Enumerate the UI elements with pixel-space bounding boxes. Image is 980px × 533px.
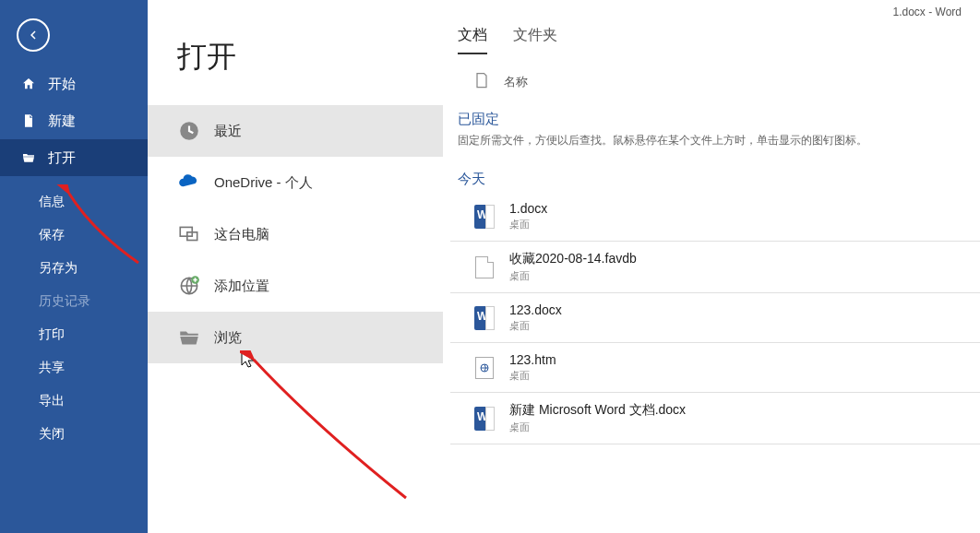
page-title: 打开 (148, 0, 443, 105)
location-label: OneDrive - 个人 (214, 174, 313, 192)
tab-folders[interactable]: 文件夹 (513, 26, 557, 54)
nav-print[interactable]: 打印 (0, 318, 148, 351)
thispc-icon (177, 222, 214, 246)
location-label: 浏览 (214, 329, 242, 347)
nav-label: 新建 (48, 113, 76, 130)
arrow-left-icon (25, 27, 42, 43)
recent-files-panel: 文档 文件夹 名称 已固定 固定所需文件，方便以后查找。鼠标悬停在某个文件上方时… (443, 0, 980, 533)
nav-saveas[interactable]: 另存为 (0, 252, 148, 285)
docx-icon (472, 205, 496, 229)
file-item[interactable]: 收藏2020-08-14.favdb桌面 (450, 242, 980, 293)
nav-label: 另存为 (39, 260, 78, 277)
location-recent[interactable]: 最近 (148, 105, 443, 157)
nav-new[interactable]: 新建 (0, 102, 148, 139)
folder-icon (177, 326, 214, 349)
document-icon (20, 113, 37, 129)
window-title: 1.docx - Word (893, 6, 962, 18)
file-name: 新建 Microsoft Word 文档.docx (509, 402, 686, 419)
docx-icon (472, 407, 496, 431)
file-name: 123.docx (509, 302, 562, 317)
file-location: 桌面 (509, 218, 547, 231)
nav-open[interactable]: 打开 (0, 139, 148, 176)
onedrive-icon (177, 171, 214, 195)
location-addplace[interactable]: 添加位置 (148, 260, 443, 312)
column-header-label: 名称 (504, 74, 528, 90)
nav-label: 关闭 (39, 426, 65, 443)
file-location: 桌面 (509, 369, 556, 383)
file-icon (472, 71, 491, 92)
section-pinned-title: 已固定 (450, 98, 980, 132)
location-label: 最近 (214, 123, 242, 140)
tab-documents[interactable]: 文档 (458, 26, 487, 54)
nav-share[interactable]: 共享 (0, 351, 148, 385)
file-generic-icon (472, 255, 496, 279)
nav-label: 共享 (39, 360, 65, 376)
file-name: 1.docx (509, 201, 547, 216)
location-label: 这台电脑 (214, 226, 269, 243)
home-icon (20, 76, 37, 92)
htm-icon (472, 356, 496, 380)
file-location: 桌面 (509, 420, 686, 434)
file-location: 桌面 (509, 269, 637, 283)
location-browse[interactable]: 浏览 (148, 312, 443, 363)
file-name: 123.htm (509, 352, 556, 367)
nav-label: 信息 (39, 194, 65, 210)
column-header-name[interactable]: 名称 (450, 54, 980, 98)
section-today-title: 今天 (450, 158, 980, 192)
nav-close[interactable]: 关闭 (0, 418, 148, 451)
location-label: 添加位置 (214, 278, 269, 295)
back-button[interactable] (17, 18, 50, 52)
file-item[interactable]: 123.htm桌面 (450, 343, 980, 393)
nav-history[interactable]: 历史记录 (0, 285, 148, 318)
addplace-icon (177, 274, 214, 298)
nav-export[interactable]: 导出 (0, 385, 148, 418)
open-locations-panel: 打开 最近 OneDrive - 个人 这台电脑 添加位置 (148, 0, 443, 533)
nav-label: 历史记录 (39, 293, 90, 310)
docx-icon (472, 306, 496, 330)
file-location: 桌面 (509, 319, 562, 333)
nav-label: 保存 (39, 227, 65, 243)
section-pinned-desc: 固定所需文件，方便以后查找。鼠标悬停在某个文件上方时，单击显示的图钉图标。 (450, 132, 980, 158)
folder-open-icon (20, 149, 37, 166)
nav-home[interactable]: 开始 (0, 65, 148, 102)
nav-save[interactable]: 保存 (0, 219, 148, 252)
nav-label: 导出 (39, 393, 65, 409)
nav-info[interactable]: 信息 (0, 185, 148, 219)
location-thispc[interactable]: 这台电脑 (148, 208, 443, 260)
nav-label: 打印 (39, 326, 65, 343)
location-onedrive[interactable]: OneDrive - 个人 (148, 157, 443, 208)
backstage-sidebar: 开始 新建 打开 信息 保存 另存为 历史记录 打印 共享 导出 关闭 (0, 0, 148, 533)
file-item[interactable]: 123.docx桌面 (450, 293, 980, 343)
file-item[interactable]: 新建 Microsoft Word 文档.docx桌面 (450, 393, 980, 444)
nav-label: 开始 (48, 76, 76, 93)
file-item[interactable]: 1.docx桌面 (450, 192, 980, 242)
nav-label: 打开 (48, 149, 76, 167)
file-name: 收藏2020-08-14.favdb (509, 251, 637, 267)
clock-icon (177, 119, 214, 143)
